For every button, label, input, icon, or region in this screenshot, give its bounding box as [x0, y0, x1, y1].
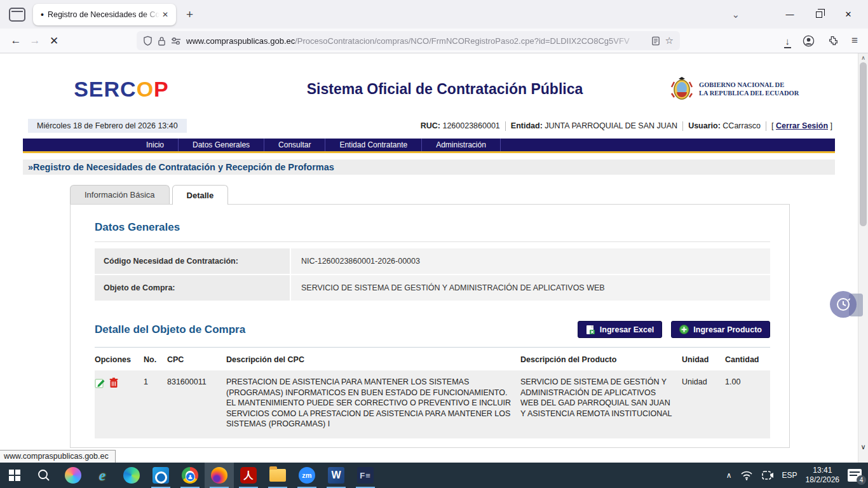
copilot-button[interactable] [58, 463, 88, 488]
tray-time: 13:41 [806, 466, 839, 475]
productos-table: Opciones No. CPC Descripción del CPC Des… [95, 347, 770, 438]
zoom-button[interactable]: zm [292, 463, 322, 488]
edge-icon [123, 467, 140, 484]
unsaved-changes-indicator: • [41, 10, 44, 20]
tray-date: 18/2/2026 [806, 475, 839, 485]
restore-icon [816, 11, 822, 18]
data-row-codigo: Código Necesidad de Contratación: NIC-12… [95, 248, 770, 274]
start-button[interactable] [0, 463, 29, 488]
clock-widget-icon[interactable] [830, 291, 857, 318]
search-button[interactable] [29, 463, 58, 488]
ingresar-producto-button[interactable]: Ingresar Producto [671, 321, 770, 338]
tab-detalle[interactable]: Detalle [172, 185, 229, 205]
edit-icon[interactable] [95, 377, 105, 388]
chrome-button[interactable] [175, 463, 205, 488]
app-f-button[interactable]: F≡ [351, 463, 380, 488]
browser-tab[interactable]: • Registro de Necesidades de Co ✕ [33, 4, 176, 25]
usuario-label: Usuario: [688, 121, 721, 130]
permissions-icon[interactable] [171, 37, 181, 44]
firefox-view-icon[interactable] [9, 8, 25, 22]
tab-close-icon[interactable]: ✕ [159, 9, 171, 20]
main-navigation: Inicio Datos Generales Consultar Entidad… [23, 139, 835, 151]
word-button[interactable]: W [322, 463, 351, 488]
scroll-down-icon[interactable]: ∨ [858, 443, 868, 451]
row-cantidad: 1.00 [725, 377, 771, 430]
floating-timer-widget[interactable] [830, 291, 863, 319]
ingresar-excel-button[interactable]: Ingresar Excel [578, 321, 662, 338]
file-explorer-button[interactable] [263, 463, 292, 488]
nav-item-datos-generales[interactable]: Datos Generales [179, 139, 264, 151]
internet-explorer-button[interactable]: e [88, 463, 117, 488]
app-f-icon: F≡ [357, 467, 374, 484]
acrobat-icon: 人 [240, 467, 257, 484]
scroll-up-icon[interactable]: ∧ [858, 55, 868, 61]
codigo-label: Código Necesidad de Contratación: [95, 248, 290, 274]
file-explorer-icon [269, 469, 286, 482]
entidad-value: JUNTA PARROQUIAL DE SAN JUAN [545, 121, 677, 130]
detalle-objeto-heading: Detalle del Objeto de Compra [95, 323, 245, 336]
clock[interactable]: 13:41 18/2/2026 [806, 466, 839, 485]
col-no: No. [144, 355, 167, 364]
info-row: Miércoles 18 de Febrero del 2026 13:40 R… [23, 118, 835, 133]
browser-tab-bar: • Registro de Necesidades de Co ✕ + ⌄ — … [0, 0, 868, 29]
col-cantidad: Cantidad [725, 355, 771, 364]
edge-button[interactable] [117, 463, 146, 488]
tab-informacion-basica[interactable]: Información Básica [70, 185, 170, 204]
content-tabs: Información Básica Detalle [70, 185, 835, 204]
bookmark-star-icon[interactable]: ☆ [665, 35, 674, 46]
sercop-logo: SERCOP [23, 77, 220, 102]
forward-button: → [25, 34, 44, 47]
outlook-icon [153, 467, 169, 484]
window-minimize-button[interactable]: — [775, 0, 804, 29]
firefox-button[interactable] [205, 463, 234, 488]
nav-item-consultar[interactable]: Consultar [264, 139, 325, 151]
entidad-label: Entidad: [511, 121, 543, 130]
notifications-icon[interactable]: 4 [848, 469, 862, 482]
government-logo: GOBIERNO NACIONAL DE LA REPUBLICA DEL EC… [670, 76, 835, 102]
outlook-button[interactable] [146, 463, 175, 488]
codigo-value: NIC-1260023860001-2026-00003 [290, 248, 770, 274]
back-button[interactable]: ← [6, 34, 25, 47]
extensions-icon[interactable] [827, 35, 839, 46]
downloads-icon[interactable]: ↓ [785, 36, 790, 46]
tab-list-chevron-icon[interactable]: ⌄ [731, 9, 740, 20]
url-host: www.compraspublicas.gob.ec [186, 36, 295, 46]
row-unidad: Unidad [682, 377, 725, 430]
detail-panel: Datos Generales Código Necesidad de Cont… [70, 204, 790, 448]
stop-button[interactable]: ✕ [44, 34, 64, 48]
ruc-value: 1260023860001 [442, 121, 499, 130]
tray-chevron-icon[interactable]: ∧ [726, 471, 732, 480]
wifi-icon[interactable] [740, 470, 753, 480]
acrobat-button[interactable]: 人 [234, 463, 263, 488]
reader-view-icon[interactable] [651, 36, 660, 46]
vertical-scrollbar[interactable]: ∧ ∨ [858, 53, 868, 463]
new-tab-button[interactable]: + [180, 8, 200, 22]
url-bar[interactable]: www.compraspublicas.gob.ec /ProcesoContr… [137, 31, 680, 50]
usuario-value: CCarrasco [722, 121, 761, 130]
window-close-button[interactable]: ✕ [834, 0, 863, 29]
objeto-label: Objeto de Compra: [95, 275, 290, 301]
col-desc-cpc: Descripción del CPC [226, 355, 520, 364]
ecuador-coat-of-arms-icon [670, 76, 694, 102]
logout-link[interactable]: [ Cerrar Sesión ] [771, 121, 832, 130]
language-indicator[interactable]: ESP [782, 471, 797, 480]
account-icon[interactable] [803, 35, 815, 47]
shield-icon[interactable] [143, 36, 153, 46]
scrollbar-thumb[interactable] [860, 62, 867, 226]
sercop-logo-text: SERC [74, 77, 136, 101]
nav-item-entidad-contratante[interactable]: Entidad Contratante [325, 139, 421, 151]
gov-text-line2: LA REPUBLICA DEL ECUADOR [699, 89, 799, 97]
delete-trash-icon[interactable] [109, 377, 118, 388]
app-menu-icon[interactable]: ≡ [851, 34, 858, 47]
gov-text-line1: GOBIERNO NACIONAL DE [699, 81, 799, 89]
table-header-row: Opciones No. CPC Descripción del CPC Des… [95, 348, 770, 370]
lock-icon[interactable] [158, 36, 166, 46]
window-restore-button[interactable] [804, 0, 834, 29]
url-text: www.compraspublicas.gob.ec /ProcesoContr… [186, 36, 646, 46]
nav-item-administracion[interactable]: Administración [422, 139, 500, 151]
row-producto-desc: SERVICIO DE SISTEMA DE GESTIÓN Y ADMINIS… [520, 377, 682, 430]
meet-now-icon[interactable] [761, 470, 774, 480]
row-cpc-desc: PRESTACION DE ASISTENCIA PARA MANTENER L… [226, 377, 520, 430]
notification-count-badge: 4 [857, 475, 866, 485]
nav-item-inicio[interactable]: Inicio [132, 139, 178, 151]
